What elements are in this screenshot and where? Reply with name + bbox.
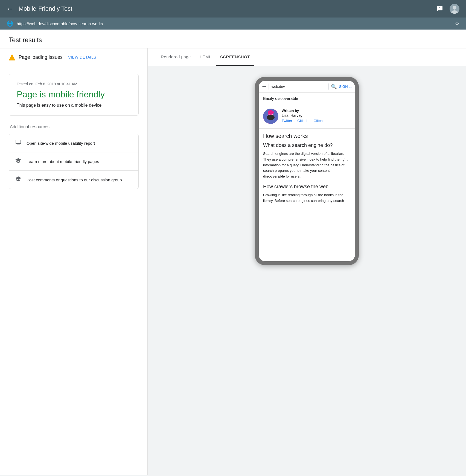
url-input[interactable]	[17, 21, 452, 26]
svg-point-1	[453, 6, 456, 10]
issues-text: Page loading issues	[19, 54, 63, 60]
test-results-header: Test results	[0, 30, 466, 48]
article-h2-2: How crawlers browse the web	[263, 184, 351, 190]
mobile-friendly-title: Page is mobile friendly	[17, 89, 131, 100]
resource-list: Open site-wide mobile usability report L…	[9, 134, 139, 189]
author-name: Lizzi Harvey	[282, 113, 351, 118]
warning-icon	[9, 54, 15, 60]
search-icon: 🔍	[331, 84, 337, 90]
author-avatar	[263, 109, 278, 124]
view-details-link[interactable]: VIEW DETAILS	[68, 55, 96, 59]
screenshot-area: ☰ web.dev 🔍 SIGN ... Easily discoverable…	[148, 66, 466, 475]
app-title: Mobile-Friendly Test	[19, 5, 434, 12]
author-avatar-image	[263, 109, 278, 124]
feedback-icon	[436, 5, 443, 12]
issues-bar: Page loading issues VIEW DETAILS	[0, 48, 147, 66]
monitor-icon	[14, 139, 22, 147]
author-links: Twitter · GitHub · Glitch	[282, 119, 351, 123]
article-h2-1: What does a search engine do?	[263, 143, 351, 148]
written-by-label: Written by	[282, 109, 351, 113]
separator-1: ·	[294, 119, 296, 123]
tab-screenshot[interactable]: SCREENSHOT	[216, 48, 254, 66]
app-header: ← Mobile-Friendly Test	[0, 0, 466, 18]
github-link[interactable]: GitHub	[297, 119, 308, 123]
globe-icon: 🌐	[7, 20, 13, 27]
user-avatar[interactable]	[450, 4, 459, 14]
article-bold: discoverable	[263, 174, 285, 178]
sign-in-text: SIGN ...	[339, 85, 352, 89]
tab-html[interactable]: HTML	[195, 48, 216, 66]
resource-item-1[interactable]: Open site-wide mobile usability report	[9, 134, 138, 152]
phone-mockup: ☰ web.dev 🔍 SIGN ... Easily discoverable…	[255, 77, 359, 265]
result-card: Tested on: Feb 8, 2019 at 10:41 AM Page …	[9, 74, 139, 116]
test-results-title: Test results	[9, 36, 42, 43]
graduation-icon-2	[14, 176, 22, 184]
right-panel: Rendered page HTML SCREENSHOT ☰	[148, 48, 466, 475]
glitch-link[interactable]: Glitch	[313, 119, 322, 123]
page-section-title: Easily discoverable I	[259, 93, 355, 104]
additional-resources-title: Additional resources	[9, 124, 139, 129]
tabs-bar: Rendered page HTML SCREENSHOT	[148, 48, 466, 66]
tab-rendered-page[interactable]: Rendered page	[156, 48, 195, 66]
phone-screen: ☰ web.dev 🔍 SIGN ... Easily discoverable…	[259, 81, 355, 261]
reload-button[interactable]: ⟳	[455, 21, 459, 27]
author-block: Written by Lizzi Harvey Twitter · GitHub…	[259, 104, 355, 129]
mobile-friendly-desc: This page is easy to use on a mobile dev…	[17, 103, 131, 108]
resource-text-3: Post comments or questions to our discus…	[27, 178, 122, 182]
main-content: Test results Page loading issues VIEW DE…	[0, 30, 466, 475]
page-search-box: web.dev	[269, 83, 329, 90]
header-icons	[434, 3, 459, 14]
url-bar: 🌐 ⟳	[0, 18, 466, 30]
resource-text-1: Open site-wide mobile usability report	[27, 141, 95, 146]
twitter-link[interactable]: Twitter	[282, 119, 292, 123]
article-p-2: Crawling is like reading through all the…	[263, 192, 351, 204]
author-info: Written by Lizzi Harvey Twitter · GitHub…	[282, 109, 351, 123]
separator-2: ·	[310, 119, 312, 123]
page-article: How search works What does a search engi…	[259, 129, 355, 213]
svg-point-7	[268, 110, 274, 115]
panels: Page loading issues VIEW DETAILS Tested …	[0, 48, 466, 475]
article-h1: How search works	[263, 133, 351, 139]
graduation-icon-1	[14, 157, 22, 166]
svg-point-6	[267, 115, 275, 120]
feedback-button[interactable]	[434, 3, 445, 14]
resource-item-3[interactable]: Post comments or questions to our discus…	[9, 171, 138, 189]
test-date: Tested on: Feb 8, 2019 at 10:41 AM	[17, 82, 131, 86]
left-panel: Page loading issues VIEW DETAILS Tested …	[0, 48, 148, 475]
article-p-1: Search engines are the digital version o…	[263, 151, 351, 179]
resource-item-2[interactable]: Learn more about mobile-friendly pages	[9, 152, 138, 171]
left-panel-content: Tested on: Feb 8, 2019 at 10:41 AM Page …	[0, 66, 147, 197]
back-button[interactable]: ←	[7, 5, 13, 13]
resource-text-2: Learn more about mobile-friendly pages	[27, 159, 99, 164]
avatar-icon	[450, 4, 459, 14]
page-nav: ☰ web.dev 🔍 SIGN ...	[259, 81, 355, 93]
hamburger-icon: ☰	[262, 84, 266, 90]
